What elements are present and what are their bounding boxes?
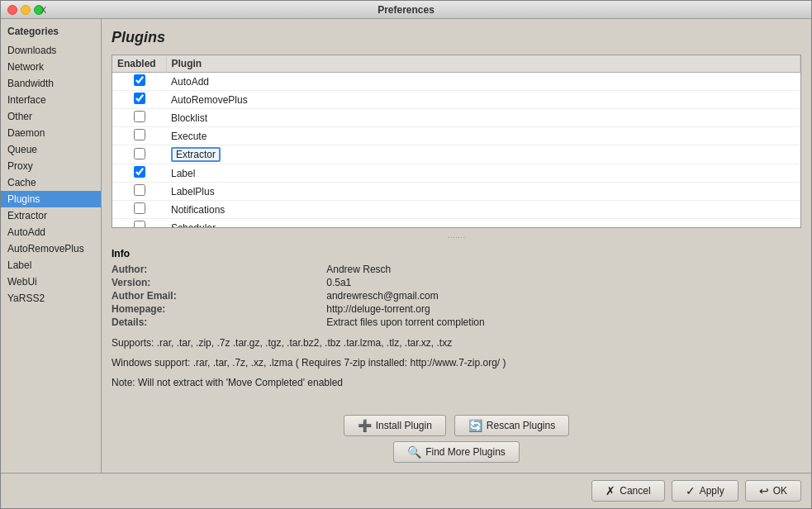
plugin-checkbox-scheduler[interactable] [134, 221, 145, 228]
sidebar-item-network[interactable]: Network [1, 59, 101, 75]
info-table: Author: Andrew Resch Version: 0.5a1 Auth… [112, 263, 801, 329]
sidebar-item-autoadd[interactable]: AutoAdd [1, 224, 101, 240]
close-button[interactable] [7, 5, 17, 15]
plugin-name-cell: Extractor [166, 145, 800, 164]
table-row[interactable]: Extractor [112, 145, 800, 164]
plugin-enabled-cell [112, 145, 166, 164]
table-row[interactable]: AutoAdd [112, 73, 800, 91]
sidebar-item-yarss2[interactable]: YaRSS2 [1, 290, 101, 307]
cancel-icon: ✗ [605, 484, 615, 497]
sidebar-item-interface[interactable]: Interface [1, 92, 101, 108]
sidebar-item-queue[interactable]: Queue [1, 141, 101, 158]
sidebar-item-other[interactable]: Other [1, 108, 101, 125]
rescan-plugins-label: Rescan Plugins [487, 420, 555, 431]
sidebar-item-autoremoveplus[interactable]: AutoRemovePlus [1, 240, 101, 257]
sidebar-item-proxy[interactable]: Proxy [1, 158, 101, 174]
sidebar-item-label[interactable]: Label [1, 257, 101, 274]
window-icon: X [40, 5, 46, 15]
dots-separator: ....... [112, 228, 801, 241]
plugin-checkbox-autoadd[interactable] [134, 74, 145, 86]
info-header: Info [112, 248, 801, 259]
install-plugin-button[interactable]: ➕ Install Plugin [344, 415, 446, 436]
plugin-name-labelplus: LabelPlus [166, 183, 800, 201]
main-panel: Plugins Enabled Plugin AutoAddAutoRemove… [102, 19, 811, 473]
table-row[interactable]: Execute [112, 127, 800, 145]
info-author-row: Author: Andrew Resch [112, 263, 801, 276]
info-version-row: Version: 0.5a1 [112, 276, 801, 289]
plugin-enabled-cell [112, 109, 166, 127]
footer-buttons: ✗ Cancel ✓ Apply ↩ OK [1, 473, 811, 508]
details-label: Details: [112, 316, 326, 329]
table-row[interactable]: Blocklist [112, 109, 800, 127]
find-more-label: Find More Plugins [425, 446, 506, 458]
rescan-plugins-button[interactable]: 🔄 Rescan Plugins [454, 415, 569, 436]
find-more-plugins-button[interactable]: 🔍 Find More Plugins [393, 441, 520, 463]
table-row[interactable]: LabelPlus [112, 183, 800, 201]
title-bar: X Preferences [1, 1, 811, 19]
info-description-1: Supports: .rar, .tar, .zip, .7z .tar.gz,… [112, 335, 801, 350]
ok-label: OK [773, 485, 787, 497]
cancel-label: Cancel [620, 485, 650, 497]
plugin-enabled-cell [112, 219, 166, 229]
sidebar: Categories Downloads Network Bandwidth I… [1, 19, 102, 473]
col-enabled: Enabled [112, 55, 166, 73]
sidebar-item-downloads[interactable]: Downloads [1, 42, 101, 59]
plugin-name-blocklist: Blocklist [166, 109, 800, 127]
cancel-button[interactable]: ✗ Cancel [591, 480, 664, 502]
window-title: Preferences [378, 4, 434, 16]
plugins-table: Enabled Plugin AutoAddAutoRemovePlusBloc… [112, 55, 800, 228]
plugin-checkbox-extractor[interactable] [134, 148, 145, 159]
ok-button[interactable]: ↩ OK [745, 480, 801, 502]
info-email-row: Author Email: andrewresch@gmail.com [112, 289, 801, 302]
author-email-value: andrewresch@gmail.com [326, 289, 801, 302]
apply-button[interactable]: ✓ Apply [672, 480, 738, 502]
apply-label: Apply [700, 485, 724, 497]
plugin-checkbox-notifications[interactable] [134, 202, 145, 214]
info-section: Info Author: Andrew Resch Version: 0.5a1… [112, 248, 801, 407]
plugin-checkbox-label[interactable] [134, 166, 145, 178]
sidebar-item-cache[interactable]: Cache [1, 174, 101, 191]
plugin-name-execute: Execute [166, 127, 800, 145]
plugin-enabled-cell [112, 127, 166, 145]
author-email-label: Author Email: [112, 289, 326, 302]
rescan-plugins-icon: 🔄 [468, 419, 482, 432]
sidebar-item-webui[interactable]: WebUi [1, 274, 101, 290]
version-value: 0.5a1 [326, 276, 801, 289]
plugin-checkbox-labelplus[interactable] [134, 184, 145, 196]
plugin-name-autoremoveplus: AutoRemovePlus [166, 91, 800, 109]
plugins-table-container[interactable]: Enabled Plugin AutoAddAutoRemovePlusBloc… [112, 55, 801, 228]
table-row[interactable]: Notifications [112, 201, 800, 219]
plugin-name-scheduler: Scheduler [166, 219, 800, 229]
sidebar-item-bandwidth[interactable]: Bandwidth [1, 75, 101, 92]
window-controls [7, 5, 44, 15]
sidebar-item-daemon[interactable]: Daemon [1, 125, 101, 141]
author-value: Andrew Resch [326, 263, 801, 276]
plugin-enabled-cell [112, 201, 166, 219]
homepage-label: Homepage: [112, 302, 326, 316]
plugin-name-label: Label [166, 164, 800, 183]
table-row[interactable]: Scheduler [112, 219, 800, 229]
plugins-action-buttons: ➕ Install Plugin 🔄 Rescan Plugins [112, 415, 801, 436]
table-row[interactable]: Label [112, 164, 800, 183]
ok-icon: ↩ [759, 484, 769, 497]
content-area: Categories Downloads Network Bandwidth I… [1, 19, 811, 473]
plugin-checkbox-execute[interactable] [134, 129, 145, 140]
info-homepage-row: Homepage: http://deluge-torrent.org [112, 302, 801, 316]
sidebar-header: Categories [1, 22, 101, 42]
preferences-window: X Preferences Categories Downloads Netwo… [0, 0, 812, 509]
install-plugin-icon: ➕ [358, 419, 372, 432]
author-label: Author: [112, 263, 326, 276]
info-description-2: Windows support: .rar, .tar, .7z, .xz, .… [112, 355, 801, 370]
plugin-checkbox-autoremoveplus[interactable] [134, 93, 145, 104]
minimize-button[interactable] [21, 5, 31, 15]
plugin-checkbox-blocklist[interactable] [134, 111, 145, 122]
sidebar-item-extractor[interactable]: Extractor [1, 207, 101, 224]
install-plugin-label: Install Plugin [376, 420, 432, 431]
table-row[interactable]: AutoRemovePlus [112, 91, 800, 109]
details-value: Extract files upon torrent completion [326, 316, 801, 329]
plugin-name-notifications: Notifications [166, 201, 800, 219]
sidebar-item-plugins[interactable]: Plugins [1, 191, 101, 207]
version-label: Version: [112, 276, 326, 289]
table-header-row: Enabled Plugin [112, 55, 800, 73]
plugin-name-extractor: Extractor [171, 147, 221, 162]
